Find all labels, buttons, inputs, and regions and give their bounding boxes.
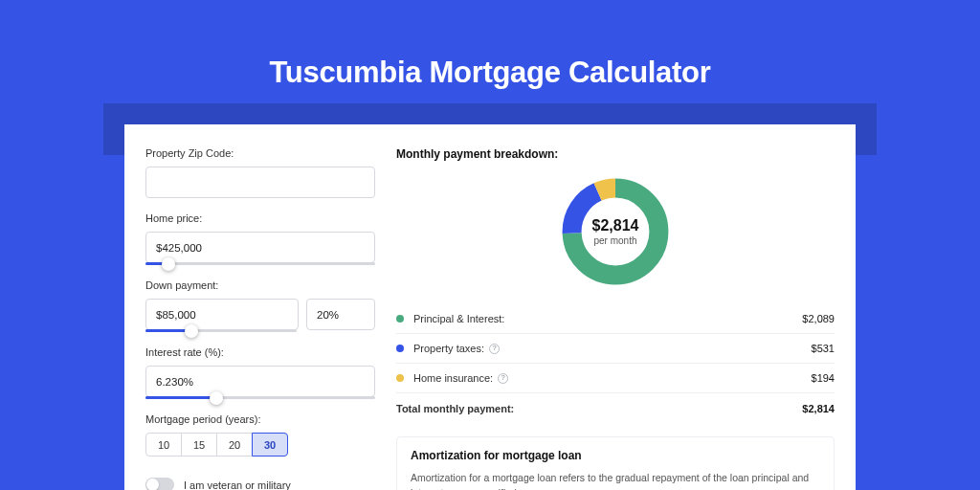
dot-icon <box>396 315 404 323</box>
toggle-knob-icon <box>146 479 159 490</box>
donut-center-amount: $2,814 <box>592 217 639 234</box>
dot-icon <box>396 345 404 352</box>
zip-field-group: Property Zip Code: <box>145 147 375 198</box>
interest-rate-slider[interactable] <box>145 396 375 399</box>
donut-chart-wrap: $2,814 per month <box>396 168 835 299</box>
legend-label: Principal & Interest: <box>413 313 802 324</box>
legend-value: $194 <box>812 372 835 384</box>
down-payment-pct-input[interactable] <box>306 299 375 330</box>
slider-thumb-icon[interactable] <box>185 324 198 338</box>
home-price-field-group: Home price: <box>145 212 375 265</box>
period-btn-20[interactable]: 20 <box>216 433 253 457</box>
breakdown-legend: Principal & Interest: $2,089 Property ta… <box>396 304 835 423</box>
legend-row-principal: Principal & Interest: $2,089 <box>396 304 835 333</box>
home-price-label: Home price: <box>145 212 375 224</box>
breakdown-title: Monthly payment breakdown: <box>396 147 835 161</box>
amortization-title: Amortization for mortgage loan <box>411 449 820 462</box>
amortization-box: Amortization for mortgage loan Amortizat… <box>396 436 835 490</box>
total-label: Total monthly payment: <box>396 403 802 414</box>
legend-row-total: Total monthly payment: $2,814 <box>396 392 835 423</box>
period-btn-10[interactable]: 10 <box>145 433 182 457</box>
legend-value: $531 <box>812 343 835 354</box>
zip-input[interactable] <box>145 167 375 198</box>
period-btn-15[interactable]: 15 <box>181 433 217 457</box>
legend-label: Home insurance: ? <box>413 372 812 384</box>
mortgage-period-buttons: 10 15 20 30 <box>145 433 375 457</box>
legend-row-insurance: Home insurance: ? $194 <box>396 363 835 392</box>
form-column: Property Zip Code: Home price: Down paym… <box>145 147 375 490</box>
info-icon[interactable]: ? <box>489 344 500 354</box>
mortgage-period-label: Mortgage period (years): <box>145 413 375 425</box>
slider-thumb-icon[interactable] <box>162 257 175 271</box>
legend-value: $2,089 <box>802 313 835 324</box>
donut-chart: $2,814 per month <box>558 174 673 289</box>
legend-label: Property taxes: ? <box>413 343 812 354</box>
down-payment-input[interactable] <box>145 299 299 330</box>
home-price-slider[interactable] <box>145 262 375 265</box>
slider-thumb-icon[interactable] <box>210 391 223 405</box>
mortgage-period-field-group: Mortgage period (years): 10 15 20 30 <box>145 413 375 457</box>
page-title: Tuscumbia Mortgage Calculator <box>0 0 980 115</box>
down-payment-slider[interactable] <box>145 329 297 332</box>
veteran-toggle-row: I am veteran or military <box>145 478 375 490</box>
legend-row-taxes: Property taxes: ? $531 <box>396 333 835 363</box>
down-payment-field-group: Down payment: <box>145 279 375 332</box>
zip-label: Property Zip Code: <box>145 147 375 159</box>
amortization-text: Amortization for a mortgage loan refers … <box>411 471 820 490</box>
down-payment-label: Down payment: <box>145 279 375 291</box>
interest-rate-label: Interest rate (%): <box>145 346 375 358</box>
veteran-label: I am veteran or military <box>184 479 291 491</box>
interest-rate-input[interactable] <box>145 366 375 397</box>
total-value: $2,814 <box>802 403 835 414</box>
interest-rate-field-group: Interest rate (%): <box>145 346 375 399</box>
info-icon[interactable]: ? <box>498 373 508 384</box>
dot-icon <box>396 374 404 382</box>
calculator-card: Property Zip Code: Home price: Down paym… <box>124 124 856 490</box>
veteran-toggle[interactable] <box>145 478 174 490</box>
period-btn-30[interactable]: 30 <box>252 433 288 457</box>
breakdown-column: Monthly payment breakdown: $2,814 per mo… <box>396 147 835 490</box>
home-price-input[interactable] <box>145 232 375 263</box>
donut-center-sub: per month <box>593 235 636 246</box>
